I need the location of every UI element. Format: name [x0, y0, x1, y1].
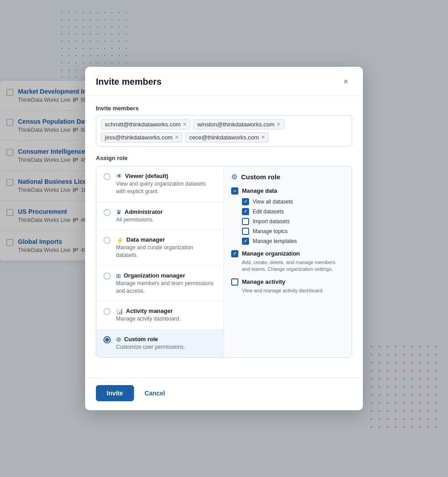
- manage-organization-label: Manage organization: [242, 250, 300, 257]
- role-name-activity-manager: Activity manager: [126, 308, 173, 314]
- role-name-viewer: Viewer (default): [125, 173, 168, 179]
- invite-button[interactable]: Invite: [96, 385, 134, 401]
- data-manager-icon: ⚡: [116, 237, 124, 244]
- modal-body: Invite members schmitt@thinkdataworks.co…: [85, 96, 363, 377]
- email-tag: schmitt@thinkdataworks.com ×: [101, 119, 190, 130]
- role-desc-administrator: All permissions.: [116, 216, 216, 224]
- manage-data-checkbox[interactable]: [231, 187, 238, 195]
- role-radio-administrator[interactable]: [103, 209, 111, 216]
- email-tag-remove-button[interactable]: ×: [175, 134, 178, 140]
- email-tag-remove-button[interactable]: ×: [277, 121, 280, 127]
- viewer-icon: 👁: [116, 173, 122, 180]
- cancel-button[interactable]: Cancel: [141, 385, 169, 401]
- email-address: cece@thinkdataworks.com: [189, 134, 259, 141]
- modal-close-button[interactable]: ×: [340, 76, 352, 88]
- role-info-org-manager: ⊞ Organization manager Manage members an…: [116, 272, 216, 295]
- assign-role-label: Assign role: [96, 155, 352, 161]
- edit-datasets-label: Edit datasets: [253, 208, 284, 215]
- manage-data-permissions: View all datasets Edit datasets Import d…: [231, 198, 345, 245]
- manage-organization-desc: Add, create, delete, and manage members …: [231, 259, 345, 273]
- email-address: winston@thinkdataworks.com: [197, 121, 274, 128]
- role-desc-org-manager: Manage members and team permissions and …: [116, 280, 216, 295]
- role-name-administrator: Administrator: [125, 208, 163, 215]
- permission-item-manage-templates: Manage templates: [242, 238, 345, 245]
- manage-data-header: Manage data: [231, 187, 345, 195]
- administrator-icon: ♛: [116, 208, 122, 216]
- email-address: schmitt@thinkdataworks.com: [105, 121, 181, 128]
- manage-activity-checkbox[interactable]: [231, 278, 238, 286]
- manage-activity-group: Manage activity View and manage activity…: [231, 278, 345, 294]
- org-manager-icon: ⊞: [116, 273, 121, 279]
- email-address: jess@thinkdataworks.com: [105, 134, 172, 141]
- role-radio-viewer[interactable]: [103, 173, 111, 180]
- email-tag-remove-button[interactable]: ×: [183, 121, 186, 127]
- manage-organization-checkbox[interactable]: [231, 250, 238, 257]
- custom-role-icon: ⚙: [116, 336, 121, 343]
- role-info-data-manager: ⚡ Data manager Manage and curate organiz…: [116, 236, 216, 259]
- role-list: 👁 Viewer (default) View and query organi…: [96, 166, 224, 357]
- modal-overlay: Invite members × Invite members schmitt@…: [0, 0, 448, 477]
- role-info-activity-manager: 📊 Activity manager Manage actvity dashbo…: [116, 308, 216, 323]
- invite-members-modal: Invite members × Invite members schmitt@…: [85, 67, 363, 410]
- view-datasets-label: View all datasets: [253, 199, 293, 205]
- permission-item-edit-datasets: Edit datasets: [242, 208, 345, 215]
- manage-topics-label: Manage topics: [253, 228, 288, 234]
- modal-header: Invite members ×: [85, 67, 363, 96]
- edit-datasets-checkbox[interactable]: [242, 208, 249, 215]
- activity-manager-icon: 📊: [116, 308, 123, 315]
- role-item-activity-manager[interactable]: 📊 Activity manager Manage actvity dashbo…: [96, 301, 224, 330]
- custom-role-panel: ⚙ Custom role Manage data View all dat: [224, 166, 352, 357]
- role-name-data-manager: Data manager: [126, 236, 165, 243]
- email-tag: winston@thinkdataworks.com ×: [193, 119, 284, 130]
- role-desc-activity-manager: Manage actvity dashboard.: [116, 315, 216, 323]
- email-tag: jess@thinkdataworks.com ×: [101, 132, 182, 143]
- custom-role-gear-icon: ⚙: [231, 173, 237, 181]
- role-desc-data-manager: Manage and curate organization datasets.: [116, 244, 216, 259]
- manage-templates-label: Manage templates: [253, 238, 297, 244]
- role-item-viewer[interactable]: 👁 Viewer (default) View and query organi…: [96, 166, 224, 202]
- role-item-administrator[interactable]: ♛ Administrator All permissions.: [96, 202, 224, 230]
- import-datasets-label: Import datasets: [253, 218, 290, 225]
- role-info-administrator: ♛ Administrator All permissions.: [116, 208, 216, 224]
- permission-item-view-datasets: View all datasets: [242, 198, 345, 205]
- custom-role-title: Custom role: [241, 173, 280, 181]
- role-name-org-manager: Organization manager: [124, 272, 185, 279]
- modal-footer: Invite Cancel: [85, 377, 363, 410]
- manage-topics-checkbox[interactable]: [242, 228, 249, 235]
- role-desc-custom: Customize user permissions.: [116, 343, 216, 351]
- manage-organization-header: Manage organization: [231, 250, 345, 257]
- manage-activity-header: Manage activity: [231, 278, 345, 286]
- permission-item-manage-topics: Manage topics: [242, 228, 345, 235]
- role-info-viewer: 👁 Viewer (default) View and query organi…: [116, 173, 216, 195]
- role-desc-viewer: View and query organization datasets wit…: [116, 180, 216, 195]
- role-radio-data-manager[interactable]: [103, 237, 111, 244]
- manage-data-group: Manage data View all datasets Edit datas…: [231, 187, 345, 245]
- modal-title: Invite members: [96, 77, 162, 87]
- role-radio-custom[interactable]: [103, 336, 111, 343]
- role-radio-activity-manager[interactable]: [103, 308, 111, 315]
- email-tags-container[interactable]: schmitt@thinkdataworks.com × winston@thi…: [96, 115, 352, 147]
- permission-item-import-datasets: Import datasets: [242, 218, 345, 225]
- manage-organization-group: Manage organization Add, create, delete,…: [231, 250, 345, 273]
- role-grid: 👁 Viewer (default) View and query organi…: [96, 166, 352, 358]
- role-name-custom: Custom role: [124, 336, 158, 343]
- view-datasets-checkbox[interactable]: [242, 198, 249, 205]
- import-datasets-checkbox[interactable]: [242, 218, 249, 225]
- manage-templates-checkbox[interactable]: [242, 238, 249, 245]
- role-item-data-manager[interactable]: ⚡ Data manager Manage and curate organiz…: [96, 230, 224, 266]
- role-radio-org-manager[interactable]: [103, 273, 111, 280]
- role-item-custom[interactable]: ⚙ Custom role Customize user permissions…: [96, 330, 224, 357]
- manage-activity-desc: View and manage activity dashboard.: [231, 287, 345, 294]
- custom-role-header: ⚙ Custom role: [231, 173, 345, 181]
- manage-data-label: Manage data: [242, 187, 277, 194]
- role-info-custom: ⚙ Custom role Customize user permissions…: [116, 336, 216, 351]
- role-item-org-manager[interactable]: ⊞ Organization manager Manage members an…: [96, 266, 224, 302]
- invite-members-label: Invite members: [96, 105, 352, 112]
- manage-activity-label: Manage activity: [242, 278, 285, 285]
- email-tag-remove-button[interactable]: ×: [261, 134, 265, 140]
- email-tag: cece@thinkdataworks.com ×: [185, 132, 269, 143]
